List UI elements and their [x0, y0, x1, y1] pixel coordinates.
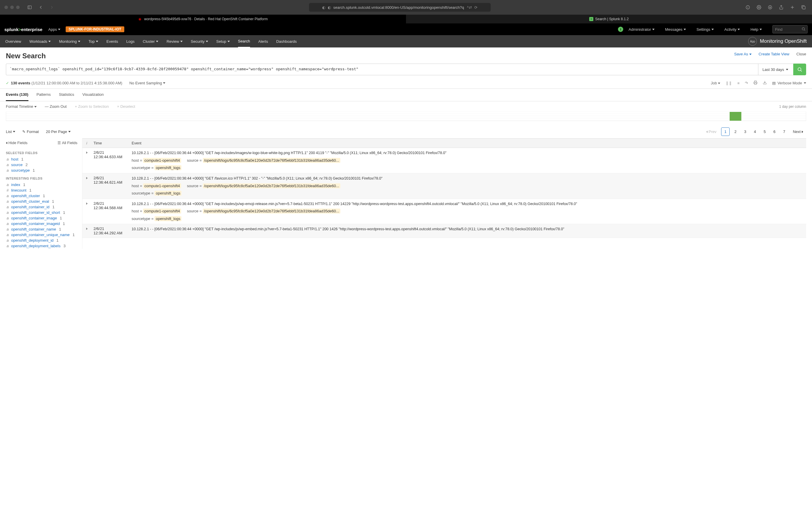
expand-row-button[interactable] — [82, 150, 91, 171]
meta-sourcetype[interactable]: sourcetype = openshift_logs — [132, 190, 181, 196]
event-content[interactable]: 10.128.2.1 - - [06/Feb/2021:00:36:44 +00… — [129, 201, 806, 222]
event-content[interactable]: 10.128.2.1 - - [06/Feb/2021:00:36:44 +00… — [129, 150, 806, 171]
share-icon[interactable] — [777, 3, 785, 12]
expand-row-button[interactable] — [82, 176, 91, 196]
result-tab-events[interactable]: Events (130) — [6, 89, 28, 101]
reload-icon[interactable]: ⟳ — [474, 5, 478, 10]
per-page-menu[interactable]: 20 Per Page — [46, 129, 70, 134]
field-openshift_deployment_id[interactable]: aopenshift_deployment_id1 — [6, 238, 77, 243]
next-page-button[interactable]: Next — [790, 128, 806, 136]
page-4[interactable]: 4 — [751, 128, 759, 136]
field-openshift_container_image[interactable]: aopenshift_container_image1 — [6, 215, 77, 221]
forward-button[interactable] — [48, 3, 56, 12]
nav-top[interactable]: Top — [89, 39, 98, 44]
create-table-view-button[interactable]: Create Table View — [759, 52, 789, 56]
events-header-time[interactable]: Time — [91, 139, 129, 148]
meta-sourcetype[interactable]: sourcetype = openshift_logs — [132, 165, 181, 171]
meta-source[interactable]: source = /openshift/logs/6c95fc8cf5a0e12… — [187, 208, 340, 214]
field-sourcetype[interactable]: asourcetype1 — [6, 167, 77, 173]
field-openshift_container_imageid[interactable]: aopenshift_container_imageid1 — [6, 221, 77, 226]
meta-host[interactable]: host = compute1-openshift4 — [132, 158, 181, 163]
messages-menu[interactable]: Messages — [665, 27, 686, 32]
url-bar[interactable]: ◐ ◐ search.splunk.outcold.vmlocal:8000/e… — [309, 3, 491, 12]
meta-host[interactable]: host = compute1-openshift4 — [132, 208, 181, 214]
apps-menu[interactable]: Apps — [49, 27, 61, 32]
nav-overview[interactable]: Overview — [5, 39, 21, 44]
format-timeline-menu[interactable]: Format Timeline — [6, 104, 37, 109]
field-openshift_container_name[interactable]: aopenshift_container_name1 — [6, 226, 77, 232]
sampling-menu[interactable]: No Event Sampling — [129, 81, 165, 85]
result-tab-visualization[interactable]: Visualization — [82, 89, 104, 101]
nav-review[interactable]: Review — [167, 39, 182, 44]
settings-icon[interactable] — [755, 3, 763, 12]
nav-security[interactable]: Security — [191, 39, 208, 44]
timeline-bar-segment[interactable] — [730, 112, 741, 121]
field-linecount[interactable]: #linecount1 — [6, 187, 77, 193]
nav-monitoring[interactable]: Monitoring — [59, 39, 80, 44]
nav-workloads[interactable]: Workloads — [29, 39, 51, 44]
field-openshift_cluster[interactable]: aopenshift_cluster1 — [6, 193, 77, 199]
page-5[interactable]: 5 — [761, 128, 769, 136]
format-button[interactable]: ✎ Format — [22, 129, 39, 134]
field-openshift_container_id_short[interactable]: aopenshift_container_id_short1 — [6, 210, 77, 215]
meta-sourcetype[interactable]: sourcetype = openshift_logs — [132, 216, 181, 222]
nav-search[interactable]: Search — [238, 35, 250, 47]
sidebar-toggle-icon[interactable] — [25, 3, 34, 12]
field-source[interactable]: asource2 — [6, 162, 77, 167]
page-2[interactable]: 2 — [731, 128, 739, 136]
search-button[interactable] — [793, 64, 806, 75]
pause-icon[interactable]: ❚❚ — [726, 81, 732, 85]
result-tab-statistics[interactable]: Statistics — [59, 89, 74, 101]
nav-events[interactable]: Events — [107, 39, 118, 44]
settings-menu[interactable]: Settings — [696, 27, 714, 32]
info-icon[interactable] — [744, 3, 752, 12]
field-openshift_cluster_eval[interactable]: aopenshift_cluster_eval1 — [6, 199, 77, 204]
expand-row-button[interactable] — [82, 226, 91, 235]
event-content[interactable]: 10.128.2.1 - - [06/Feb/2021:00:36:44 +00… — [129, 226, 806, 235]
event-content[interactable]: 10.128.2.1 - - [06/Feb/2021:00:36:44 +00… — [129, 176, 806, 196]
job-menu[interactable]: Job — [711, 81, 720, 85]
page-1[interactable]: 1 — [721, 127, 730, 136]
nav-dashboards[interactable]: Dashboards — [276, 39, 297, 44]
export-icon[interactable] — [763, 81, 767, 85]
close-window-icon[interactable] — [4, 5, 8, 9]
events-header-event[interactable]: Event — [129, 139, 806, 148]
info-badge-icon[interactable]: i — [618, 27, 623, 32]
meta-source[interactable]: source = /openshift/logs/6c95fc8cf5a0e12… — [187, 183, 340, 189]
list-view-menu[interactable]: List — [6, 129, 15, 134]
field-index[interactable]: aindex1 — [6, 182, 77, 187]
browser-tab-splunk[interactable]: > Search | Splunk 8.1.2 — [406, 15, 812, 23]
activity-menu[interactable]: Activity — [724, 27, 740, 32]
translate-icon[interactable]: ᴬ⇄ — [467, 5, 472, 10]
app-pill[interactable]: SPLUNK-FOR-INDUSTRIAL-IOT — [66, 26, 124, 32]
print-icon[interactable] — [753, 81, 757, 85]
zoom-out-button[interactable]: — Zoom Out — [45, 104, 66, 109]
downloads-icon[interactable] — [766, 3, 774, 12]
field-openshift_container_unique_name[interactable]: aopenshift_container_unique_name1 — [6, 232, 77, 238]
browser-tab-openshift[interactable]: ◉ wordpress-5f45b495d9-xvw76 · Details ·… — [0, 15, 406, 23]
expand-row-button[interactable] — [82, 201, 91, 222]
minimize-window-icon[interactable] — [10, 5, 14, 9]
save-as-button[interactable]: Save As — [734, 52, 751, 56]
time-picker[interactable]: Last 30 days — [758, 64, 793, 75]
tabs-icon[interactable] — [799, 3, 808, 12]
maximize-window-icon[interactable] — [16, 5, 20, 9]
meta-source[interactable]: source = /openshift/logs/6c95fc8cf5a0e12… — [187, 158, 340, 163]
nav-setup[interactable]: Setup — [216, 39, 230, 44]
all-fields-button[interactable]: ☰ All Fields — [57, 141, 77, 145]
search-query-input[interactable]: `macro_openshift_logs` openshift_pod_id=… — [6, 64, 758, 75]
timeline-chart[interactable] — [6, 112, 806, 121]
page-7[interactable]: 7 — [780, 128, 788, 136]
admin-menu[interactable]: Administrator — [629, 27, 655, 32]
new-tab-icon[interactable] — [788, 3, 796, 12]
field-host[interactable]: ahost1 — [6, 156, 77, 162]
hide-fields-button[interactable]: Hide Fields — [6, 141, 27, 145]
result-tab-patterns[interactable]: Patterns — [37, 89, 51, 101]
close-button[interactable]: Close — [796, 52, 806, 56]
page-3[interactable]: 3 — [741, 128, 749, 136]
field-openshift_deployment_labels[interactable]: aopenshift_deployment_labels3 — [6, 243, 77, 249]
find-input[interactable]: Find — [772, 25, 808, 34]
nav-logs[interactable]: Logs — [126, 39, 135, 44]
back-button[interactable] — [37, 3, 45, 12]
search-mode-menu[interactable]: ▤Verbose Mode — [772, 81, 806, 85]
